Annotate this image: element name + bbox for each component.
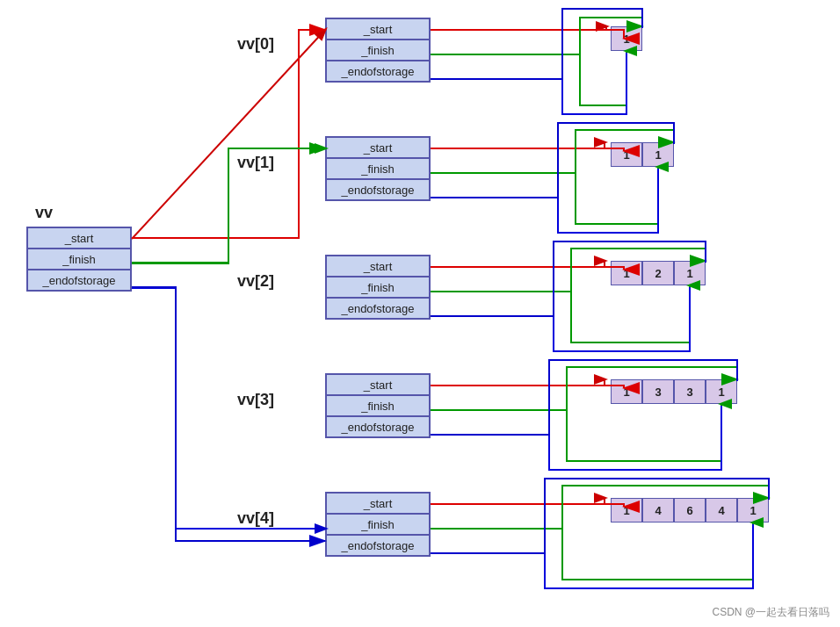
row2-cell0: 1 [611,261,642,285]
row4-cell3: 4 [706,498,737,522]
row3-cell1: 3 [642,379,674,404]
row4-start: _start [326,493,430,514]
row4-finish: _finish [326,514,430,535]
row3-cell2: 3 [674,379,706,404]
row3-endofstorage: _endofstorage [326,416,430,437]
row3-cell3: 1 [706,379,737,404]
row1-struct: _start _finish _endofstorage [325,136,431,201]
row4-cell4: 1 [737,498,769,522]
row1-finish: _finish [326,158,430,179]
row4-endofstorage: _endofstorage [326,535,430,556]
row1-cell1: 1 [642,142,674,167]
row0-struct: _start _finish _endofstorage [325,18,431,83]
row1-label: vv[1] [237,154,274,172]
main-field-finish: _finish [27,249,131,270]
row2-start: _start [326,256,430,277]
row2-cell1: 2 [642,261,674,285]
main-field-endofstorage: _endofstorage [27,270,131,291]
row2-cell2: 1 [674,261,706,285]
row4-cell2: 6 [674,498,706,522]
diagram-canvas: _start _finish _endofstorage vv vv[0] _s… [0,0,840,627]
row3-start: _start [326,374,430,395]
row0-cell0: 1 [611,26,642,51]
row3-struct: _start _finish _endofstorage [325,373,431,438]
main-struct-label: vv [35,204,53,222]
row2-struct: _start _finish _endofstorage [325,255,431,320]
row2-label: vv[2] [237,272,274,291]
row4-cell0: 1 [611,498,642,522]
main-field-start: _start [27,227,131,249]
row4-label: vv[4] [237,509,274,528]
row1-cell0: 1 [611,142,642,167]
row1-endofstorage: _endofstorage [326,179,430,200]
row2-finish: _finish [326,277,430,298]
row0-endofstorage: _endofstorage [326,61,430,82]
row4-struct: _start _finish _endofstorage [325,492,431,557]
row0-label: vv[0] [237,35,274,54]
row3-cell0: 1 [611,379,642,404]
main-struct: _start _finish _endofstorage [26,227,132,292]
row0-start: _start [326,18,430,40]
row2-endofstorage: _endofstorage [326,298,430,319]
row3-label: vv[3] [237,391,274,409]
row0-finish: _finish [326,40,430,61]
row3-finish: _finish [326,395,430,416]
watermark: CSDN @一起去看日落吗 [712,605,829,620]
row1-start: _start [326,137,430,158]
row4-cell1: 4 [642,498,674,522]
